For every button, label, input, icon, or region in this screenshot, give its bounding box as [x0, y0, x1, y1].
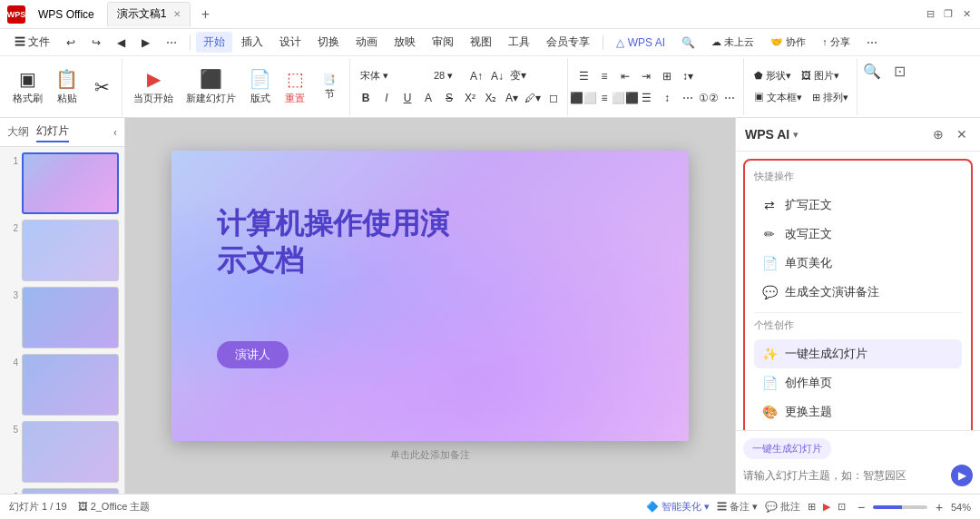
font-size-decrease-button[interactable]: A↓ [487, 66, 507, 86]
menu-back[interactable]: ◀ [110, 34, 132, 52]
tab-office[interactable]: WPS Office [29, 2, 103, 27]
align-justify-button[interactable]: ☰ [636, 88, 656, 108]
ai-action-generate[interactable]: ✨ 一键生成幻灯片 [754, 339, 962, 368]
slide-speaker-button[interactable]: 演讲人 [217, 341, 289, 368]
highlight-button[interactable]: 🖊▾ [523, 88, 543, 108]
menu-vip[interactable]: 会员专享 [539, 32, 597, 53]
tab-add-button[interactable]: + [194, 4, 216, 25]
slide-note[interactable]: 单击此处添加备注 [390, 448, 470, 462]
image-button[interactable]: 🖼 图片▾ [797, 66, 844, 86]
ai-action-rewrite[interactable]: ✏ 改写正文 [754, 220, 962, 249]
menu-collab[interactable]: 🤝 协作 [763, 33, 813, 52]
ai-send-button[interactable]: ▶ [951, 465, 973, 486]
shape-button[interactable]: ⬟ 形状▾ [750, 66, 796, 86]
tab-doc[interactable]: 演示文稿1 ✕ [107, 2, 191, 27]
italic-button[interactable]: I [377, 88, 397, 108]
subscript-button[interactable]: X₂ [481, 88, 501, 108]
col-button[interactable]: ⊞ [657, 66, 677, 86]
tab-close-icon[interactable]: ✕ [173, 9, 181, 19]
menu-tools[interactable]: 工具 [501, 32, 537, 53]
num-list2-button[interactable]: ①② [699, 88, 719, 108]
notes-button[interactable]: ☰ 备注 ▾ [717, 500, 758, 514]
menu-cloud[interactable]: ☁ 未上云 [704, 33, 761, 52]
toolbar-search-button[interactable]: 🔍 [859, 58, 885, 83]
ai-action-beautify[interactable]: 📄 单页美化 [754, 249, 962, 278]
para-more-button[interactable]: ⋯ [720, 88, 740, 108]
view-play-icon[interactable]: ▶ [823, 501, 830, 513]
node-button[interactable]: 📑 节 [313, 62, 346, 113]
menu-redo[interactable]: ↪ [84, 34, 108, 52]
slide-thumb-1[interactable]: 1 [5, 152, 119, 214]
ai-action-create-page[interactable]: 📄 创作单页 [754, 368, 962, 397]
view-outline-icon[interactable]: ⊡ [838, 501, 846, 513]
bold-button[interactable]: B [356, 88, 376, 108]
new-slide-button[interactable]: ⬛ 新建幻灯片 [181, 62, 241, 113]
font-size-select[interactable]: 28 ▾ [429, 66, 466, 86]
slide-thumb-5[interactable]: 5 [5, 421, 119, 483]
zoom-out-button[interactable]: − [853, 499, 869, 515]
menu-insert[interactable]: 插入 [234, 32, 270, 53]
list-bullet-button[interactable]: ☰ [573, 66, 593, 86]
format-painter-button[interactable]: ▣ 格式刷 [7, 62, 48, 113]
menu-extra[interactable]: ⋯ [859, 34, 885, 52]
menu-wpsai[interactable]: △ WPS AI [609, 34, 672, 52]
menu-transition[interactable]: 切换 [310, 32, 347, 53]
align-right-button[interactable]: ⬜⬛ [615, 88, 635, 108]
ai-action-expand[interactable]: ⇄ 扩写正文 [754, 191, 962, 220]
tab-outline[interactable]: 大纲 [7, 122, 29, 142]
slide-thumb-2[interactable]: 2 [5, 220, 119, 281]
panel-collapse-button[interactable]: ‹ [113, 126, 117, 139]
ai-close-icon[interactable]: ✕ [953, 125, 971, 143]
textbox-button[interactable]: ▣ 文本框▾ [750, 88, 807, 108]
font-color-button[interactable]: A▾ [502, 88, 522, 108]
layout-button[interactable]: 📄 版式 [243, 62, 277, 113]
menu-design[interactable]: 设计 [272, 32, 309, 53]
text-more-button[interactable]: ⋯ [678, 88, 698, 108]
smart-beautify-button[interactable]: 🔷 智能美化 ▾ [646, 500, 710, 514]
cut-button[interactable]: ✂ [85, 62, 118, 113]
ai-pin-icon[interactable]: ⊕ [929, 125, 947, 143]
menu-undo[interactable]: ↩ [59, 34, 83, 52]
menu-share[interactable]: ↑ 分享 [815, 33, 858, 52]
zoom-slider[interactable] [873, 505, 927, 509]
align-left-button[interactable]: ⬛⬜ [573, 88, 593, 108]
tab-slides[interactable]: 幻灯片 [36, 122, 69, 142]
underline-button[interactable]: U [397, 88, 417, 108]
font-style-button[interactable]: 变▾ [508, 66, 528, 86]
list-num-button[interactable]: ≡ [594, 66, 614, 86]
menu-search[interactable]: 🔍 [674, 34, 702, 52]
arrange-button[interactable]: ⊞ 排列▾ [808, 88, 853, 108]
slide-thumb-6[interactable]: 6 [5, 488, 119, 494]
menu-slideshow[interactable]: 放映 [387, 32, 423, 53]
menu-forward[interactable]: ▶ [134, 34, 157, 52]
section-button[interactable]: ⬚ 重置 [279, 62, 311, 113]
shadow-button[interactable]: ◻ [544, 88, 564, 108]
restore-button[interactable]: ❐ [942, 8, 955, 21]
view-normal-icon[interactable]: ⊞ [808, 501, 816, 513]
ai-text-input[interactable] [743, 469, 946, 482]
slide-thumb-3[interactable]: 3 [5, 287, 119, 348]
menu-animation[interactable]: 动画 [348, 32, 385, 53]
zoom-in-button[interactable]: + [931, 499, 947, 515]
menu-view[interactable]: 视图 [463, 32, 499, 53]
font-aa-button[interactable]: A [418, 88, 438, 108]
slide-thumb-4[interactable]: 4 [5, 354, 119, 416]
minimize-button[interactable]: ⊟ [924, 8, 936, 21]
ai-action-notes[interactable]: 💬 生成全文演讲备注 [754, 278, 962, 307]
close-button[interactable]: ✕ [960, 8, 973, 21]
superscript-button[interactable]: X² [460, 88, 480, 108]
indent-more-button[interactable]: ⇥ [636, 66, 656, 86]
theme-label[interactable]: 🖼 2_Office 主题 [78, 500, 151, 514]
menu-file[interactable]: ☰ 文件 [7, 32, 57, 53]
menu-review[interactable]: 审阅 [425, 32, 461, 53]
paste-button[interactable]: 📋 粘贴 [50, 62, 83, 113]
ai-panel-arrow[interactable]: ▾ [793, 129, 799, 141]
text-dir-button[interactable]: ↕ [657, 88, 677, 108]
font-name-select[interactable]: 宋体 ▾ [356, 66, 428, 86]
ai-action-theme[interactable]: 🎨 更换主题 [754, 397, 962, 426]
menu-more[interactable]: ⋯ [159, 34, 184, 52]
slide-canvas[interactable]: 计算机操作使用演 示文档 演讲人 [172, 151, 689, 441]
toolbar-expand-button[interactable]: ⊡ [887, 58, 912, 83]
play-button[interactable]: ▶ 当页开始 [128, 62, 179, 113]
menu-home[interactable]: 开始 [196, 32, 232, 53]
